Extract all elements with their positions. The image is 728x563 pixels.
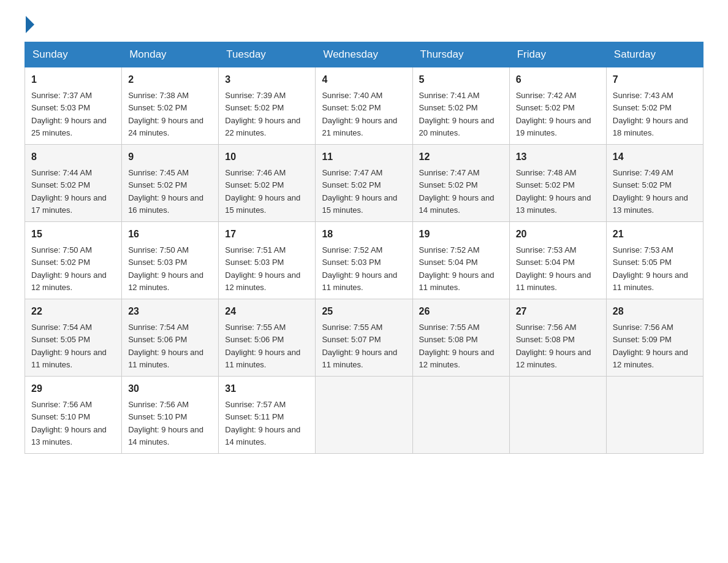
day-number: 2	[128, 72, 212, 87]
calendar-week-row: 15Sunrise: 7:50 AMSunset: 5:02 PMDayligh…	[25, 222, 703, 299]
calendar-day-cell: 21Sunrise: 7:53 AMSunset: 5:05 PMDayligh…	[606, 222, 703, 299]
calendar-day-cell: 6Sunrise: 7:42 AMSunset: 5:02 PMDaylight…	[509, 67, 606, 145]
day-number: 11	[322, 150, 406, 164]
calendar-day-cell: 4Sunrise: 7:40 AMSunset: 5:02 PMDaylight…	[316, 67, 412, 145]
calendar-day-cell: 10Sunrise: 7:46 AMSunset: 5:02 PMDayligh…	[219, 145, 316, 222]
day-number: 21	[613, 227, 697, 242]
day-info: Sunrise: 7:54 AMSunset: 5:05 PMDaylight:…	[31, 323, 107, 369]
day-number: 7	[613, 72, 697, 87]
calendar-day-cell: 8Sunrise: 7:44 AMSunset: 5:02 PMDaylight…	[25, 145, 122, 222]
day-info: Sunrise: 7:56 AMSunset: 5:10 PMDaylight:…	[31, 400, 107, 446]
calendar-day-cell: 23Sunrise: 7:54 AMSunset: 5:06 PMDayligh…	[122, 299, 219, 377]
day-info: Sunrise: 7:52 AMSunset: 5:04 PMDaylight:…	[419, 245, 495, 292]
day-number: 15	[31, 227, 115, 242]
day-info: Sunrise: 7:47 AMSunset: 5:02 PMDaylight:…	[322, 168, 397, 215]
calendar-day-cell: 1Sunrise: 7:37 AMSunset: 5:03 PMDaylight…	[25, 67, 122, 145]
day-info: Sunrise: 7:53 AMSunset: 5:04 PMDaylight:…	[516, 245, 591, 292]
column-header-saturday: Saturday	[606, 42, 703, 67]
day-info: Sunrise: 7:57 AMSunset: 5:11 PMDaylight:…	[225, 400, 300, 446]
day-info: Sunrise: 7:40 AMSunset: 5:02 PMDaylight:…	[322, 91, 397, 137]
day-info: Sunrise: 7:46 AMSunset: 5:02 PMDaylight:…	[225, 168, 300, 215]
day-info: Sunrise: 7:39 AMSunset: 5:02 PMDaylight:…	[225, 91, 300, 137]
day-number: 19	[419, 227, 503, 242]
calendar-header-row: SundayMondayTuesdayWednesdayThursdayFrid…	[25, 42, 703, 67]
day-number: 30	[128, 381, 212, 396]
calendar-day-cell: 25Sunrise: 7:55 AMSunset: 5:07 PMDayligh…	[316, 299, 412, 377]
day-info: Sunrise: 7:50 AMSunset: 5:02 PMDaylight:…	[31, 245, 107, 292]
day-number: 8	[31, 150, 115, 164]
day-info: Sunrise: 7:49 AMSunset: 5:02 PMDaylight:…	[613, 168, 688, 215]
day-number: 10	[225, 150, 309, 164]
day-number: 26	[419, 304, 503, 319]
calendar-day-cell: 16Sunrise: 7:50 AMSunset: 5:03 PMDayligh…	[122, 222, 219, 299]
day-number: 17	[225, 227, 309, 242]
day-info: Sunrise: 7:56 AMSunset: 5:09 PMDaylight:…	[613, 323, 688, 369]
calendar-day-cell: 9Sunrise: 7:45 AMSunset: 5:02 PMDaylight…	[122, 145, 219, 222]
day-number: 27	[516, 304, 600, 319]
page-header	[25, 18, 703, 29]
day-number: 29	[31, 381, 115, 396]
calendar-day-cell: 14Sunrise: 7:49 AMSunset: 5:02 PMDayligh…	[606, 145, 703, 222]
day-number: 9	[128, 150, 212, 164]
day-number: 24	[225, 304, 309, 319]
day-number: 25	[322, 304, 406, 319]
day-info: Sunrise: 7:45 AMSunset: 5:02 PMDaylight:…	[128, 168, 203, 215]
calendar-week-row: 29Sunrise: 7:56 AMSunset: 5:10 PMDayligh…	[25, 377, 703, 454]
day-number: 12	[419, 150, 503, 164]
calendar-day-cell: 5Sunrise: 7:41 AMSunset: 5:02 PMDaylight…	[412, 67, 509, 145]
calendar-table: SundayMondayTuesdayWednesdayThursdayFrid…	[25, 42, 703, 454]
calendar-day-cell: 2Sunrise: 7:38 AMSunset: 5:02 PMDaylight…	[122, 67, 219, 145]
calendar-week-row: 8Sunrise: 7:44 AMSunset: 5:02 PMDaylight…	[25, 145, 703, 222]
day-number: 28	[613, 304, 697, 319]
calendar-day-cell	[606, 377, 703, 454]
day-number: 13	[516, 150, 600, 164]
day-number: 20	[516, 227, 600, 242]
day-number: 6	[516, 72, 600, 87]
day-info: Sunrise: 7:54 AMSunset: 5:06 PMDaylight:…	[128, 323, 203, 369]
calendar-day-cell: 19Sunrise: 7:52 AMSunset: 5:04 PMDayligh…	[412, 222, 509, 299]
calendar-day-cell: 12Sunrise: 7:47 AMSunset: 5:02 PMDayligh…	[412, 145, 509, 222]
day-info: Sunrise: 7:50 AMSunset: 5:03 PMDaylight:…	[128, 245, 203, 292]
column-header-friday: Friday	[509, 42, 606, 67]
day-info: Sunrise: 7:42 AMSunset: 5:02 PMDaylight:…	[516, 91, 591, 137]
day-info: Sunrise: 7:48 AMSunset: 5:02 PMDaylight:…	[516, 168, 591, 215]
day-info: Sunrise: 7:56 AMSunset: 5:08 PMDaylight:…	[516, 323, 591, 369]
day-number: 1	[31, 72, 115, 87]
calendar-week-row: 1Sunrise: 7:37 AMSunset: 5:03 PMDaylight…	[25, 67, 703, 145]
calendar-day-cell: 13Sunrise: 7:48 AMSunset: 5:02 PMDayligh…	[509, 145, 606, 222]
day-info: Sunrise: 7:47 AMSunset: 5:02 PMDaylight:…	[419, 168, 495, 215]
calendar-day-cell: 15Sunrise: 7:50 AMSunset: 5:02 PMDayligh…	[25, 222, 122, 299]
day-number: 23	[128, 304, 212, 319]
calendar-day-cell: 28Sunrise: 7:56 AMSunset: 5:09 PMDayligh…	[606, 299, 703, 377]
calendar-day-cell: 24Sunrise: 7:55 AMSunset: 5:06 PMDayligh…	[219, 299, 316, 377]
calendar-day-cell: 27Sunrise: 7:56 AMSunset: 5:08 PMDayligh…	[509, 299, 606, 377]
calendar-day-cell: 7Sunrise: 7:43 AMSunset: 5:02 PMDaylight…	[606, 67, 703, 145]
day-info: Sunrise: 7:55 AMSunset: 5:08 PMDaylight:…	[419, 323, 495, 369]
day-info: Sunrise: 7:55 AMSunset: 5:06 PMDaylight:…	[225, 323, 300, 369]
day-number: 3	[225, 72, 309, 87]
column-header-tuesday: Tuesday	[219, 42, 316, 67]
column-header-thursday: Thursday	[412, 42, 509, 67]
day-info: Sunrise: 7:55 AMSunset: 5:07 PMDaylight:…	[322, 323, 397, 369]
day-number: 16	[128, 227, 212, 242]
day-info: Sunrise: 7:56 AMSunset: 5:10 PMDaylight:…	[128, 400, 203, 446]
column-header-monday: Monday	[122, 42, 219, 67]
day-info: Sunrise: 7:43 AMSunset: 5:02 PMDaylight:…	[613, 91, 688, 137]
calendar-day-cell: 31Sunrise: 7:57 AMSunset: 5:11 PMDayligh…	[219, 377, 316, 454]
day-info: Sunrise: 7:51 AMSunset: 5:03 PMDaylight:…	[225, 245, 300, 292]
day-info: Sunrise: 7:53 AMSunset: 5:05 PMDaylight:…	[613, 245, 688, 292]
day-info: Sunrise: 7:37 AMSunset: 5:03 PMDaylight:…	[31, 91, 107, 137]
calendar-day-cell	[412, 377, 509, 454]
logo-arrow-icon	[26, 16, 34, 33]
calendar-week-row: 22Sunrise: 7:54 AMSunset: 5:05 PMDayligh…	[25, 299, 703, 377]
calendar-day-cell	[509, 377, 606, 454]
calendar-day-cell: 3Sunrise: 7:39 AMSunset: 5:02 PMDaylight…	[219, 67, 316, 145]
calendar-day-cell: 26Sunrise: 7:55 AMSunset: 5:08 PMDayligh…	[412, 299, 509, 377]
calendar-day-cell: 30Sunrise: 7:56 AMSunset: 5:10 PMDayligh…	[122, 377, 219, 454]
day-info: Sunrise: 7:41 AMSunset: 5:02 PMDaylight:…	[419, 91, 495, 137]
day-number: 14	[613, 150, 697, 164]
day-number: 5	[419, 72, 503, 87]
calendar-day-cell: 20Sunrise: 7:53 AMSunset: 5:04 PMDayligh…	[509, 222, 606, 299]
calendar-day-cell: 22Sunrise: 7:54 AMSunset: 5:05 PMDayligh…	[25, 299, 122, 377]
day-number: 22	[31, 304, 115, 319]
